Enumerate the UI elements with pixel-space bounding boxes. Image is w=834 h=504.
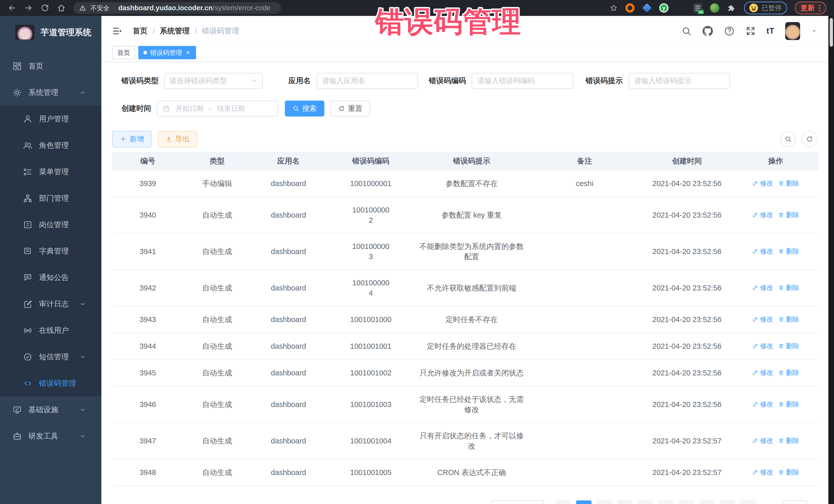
sidebar-item-system[interactable]: 系统管理 [0, 79, 101, 106]
tab-error-code[interactable]: 错误码管理 [138, 46, 196, 59]
cell-hint: 不允许获取敏感配置到前端 [415, 270, 528, 306]
sidebar-item-label: 部门管理 [39, 193, 69, 203]
edit-link[interactable]: 修改 [752, 467, 773, 477]
breadcrumb-system[interactable]: 系统管理 [160, 26, 190, 36]
reload-icon[interactable] [41, 4, 49, 12]
header-search-icon[interactable] [681, 26, 692, 36]
tab-home[interactable]: 首页 [112, 46, 135, 59]
table-search-button[interactable] [780, 131, 796, 147]
browser-update-button[interactable]: 更新 [795, 2, 826, 14]
error-hint-input[interactable] [629, 73, 730, 89]
caret-down-icon[interactable] [811, 28, 817, 35]
page-size-select[interactable]: 10条/页 [491, 500, 544, 504]
extension-tampermonkey-icon[interactable]: on [693, 3, 702, 13]
hamburger-icon[interactable] [112, 26, 123, 36]
security-label[interactable]: 不安全 [90, 4, 110, 12]
delete-link[interactable]: 删除 [778, 368, 799, 378]
home-icon[interactable] [57, 4, 66, 12]
delete-link[interactable]: 删除 [778, 399, 799, 409]
page-button-3[interactable]: 3 [617, 500, 633, 504]
edit-link[interactable]: 修改 [752, 436, 773, 446]
fullscreen-icon[interactable] [745, 26, 756, 36]
error-code-input[interactable] [471, 73, 573, 89]
page-content: 错误码类型 请选择错误码类型 应用名 错误码编码 错误码提示 创建时间 开始日期… [101, 62, 828, 504]
add-button[interactable]: 新增 [112, 131, 152, 147]
extensions-puzzle-icon[interactable] [727, 3, 736, 13]
edit-link[interactable]: 修改 [752, 210, 773, 220]
bookmark-star-icon[interactable] [610, 4, 618, 12]
edit-link[interactable]: 修改 [752, 246, 773, 256]
delete-link[interactable]: 删除 [778, 314, 799, 324]
page-button-8[interactable]: 8 [720, 500, 735, 504]
sidebar-item-online-user[interactable]: 在线用户 [0, 317, 101, 344]
sidebar-item-infra[interactable]: 基础设施 [0, 396, 101, 423]
search-button[interactable]: 搜索 [285, 101, 324, 116]
extension-orange-icon[interactable] [626, 3, 635, 13]
sidebar-item-menu[interactable]: 菜单管理 [0, 159, 101, 185]
page-url[interactable]: dashboard.yudao.iocoder.cn/system/error-… [118, 4, 270, 12]
column-header: 应用名 [251, 152, 326, 170]
cell-code: 100100000 2 [326, 197, 415, 233]
next-page-button[interactable] [740, 500, 756, 504]
app-logo-row[interactable]: 芋道管理系统 [0, 16, 101, 49]
goto-page-input[interactable] [784, 500, 807, 504]
edit-link[interactable]: 修改 [752, 368, 773, 378]
sidebar-item-error-code[interactable]: 错误码管理 [0, 370, 101, 396]
github-icon[interactable] [702, 26, 713, 37]
cell-type: 自动生成 [183, 197, 251, 233]
font-size-icon[interactable]: tT [767, 26, 774, 36]
sidebar-item-role[interactable]: 角色管理 [0, 132, 101, 159]
prev-page-button[interactable] [555, 500, 571, 504]
help-icon[interactable] [724, 26, 735, 37]
page-button-5[interactable]: 5 [658, 500, 674, 504]
delete-link[interactable]: 删除 [778, 283, 799, 293]
page-button-1[interactable]: 1 [576, 500, 592, 504]
address-bar[interactable]: 不安全 dashboard.yudao.iocoder.cn/system/er… [73, 2, 281, 14]
extension-y-icon[interactable]: y [659, 3, 668, 13]
table-refresh-button[interactable] [802, 131, 817, 147]
more-pages-button[interactable]: ··· [699, 500, 715, 504]
error-code-type-select[interactable]: 请选择错误码类型 [164, 73, 263, 89]
sidebar-item-dict[interactable]: 字典管理 [0, 238, 101, 264]
sidebar-item-dept[interactable]: 部门管理 [0, 185, 101, 212]
delete-link[interactable]: 删除 [778, 246, 799, 256]
edit-link[interactable]: 修改 [752, 178, 773, 188]
sidebar-item-dev-tools[interactable]: 研发工具 [0, 423, 101, 450]
delete-link[interactable]: 删除 [778, 467, 799, 477]
edit-link[interactable]: 修改 [752, 283, 773, 293]
page-button-4[interactable]: 4 [638, 500, 653, 504]
sidebar-item-home[interactable]: 首页 [0, 53, 101, 79]
user-avatar[interactable] [785, 22, 800, 40]
date-range-picker[interactable]: 开始日期 - 结束日期 [157, 101, 278, 116]
sidebar-item-label: 审计日志 [39, 299, 69, 309]
delete-link[interactable]: 删除 [778, 436, 799, 446]
sidebar-item-post[interactable]: 岗位管理 [0, 212, 101, 238]
edit-link[interactable]: 修改 [752, 314, 773, 324]
cell-code: 1001001004 [326, 423, 415, 459]
browser-menu-icon[interactable] [819, 5, 820, 11]
breadcrumb-home[interactable]: 首页 [133, 26, 148, 36]
trash-icon [778, 316, 784, 322]
reset-button[interactable]: 重置 [331, 101, 370, 116]
delete-link[interactable]: 删除 [778, 210, 799, 220]
paused-extension-button[interactable]: 已暂停 [744, 2, 787, 14]
delete-link[interactable]: 删除 [778, 178, 799, 188]
scrollbar-thumb[interactable] [830, 18, 833, 47]
extension-grid-icon[interactable] [676, 3, 685, 13]
sidebar-item-notice[interactable]: 通知公告 [0, 264, 101, 291]
edit-link[interactable]: 修改 [752, 399, 773, 409]
sidebar-item-sms[interactable]: 短信管理 [0, 344, 101, 370]
page-button-2[interactable]: 2 [597, 500, 612, 504]
close-tab-icon[interactable] [185, 50, 191, 56]
export-button[interactable]: 导出 [158, 131, 197, 147]
sidebar-item-user[interactable]: 用户管理 [0, 106, 101, 132]
sidebar-item-audit-log[interactable]: 审计日志 [0, 291, 101, 317]
page-button-6[interactable]: 6 [679, 500, 694, 504]
extension-spy-icon[interactable] [710, 3, 719, 13]
forward-icon[interactable] [24, 4, 33, 12]
back-icon[interactable] [8, 4, 17, 12]
delete-link[interactable]: 删除 [778, 341, 799, 351]
extension-gem-icon[interactable] [642, 3, 652, 13]
edit-link[interactable]: 修改 [752, 341, 773, 351]
app-name-input[interactable] [316, 73, 418, 89]
